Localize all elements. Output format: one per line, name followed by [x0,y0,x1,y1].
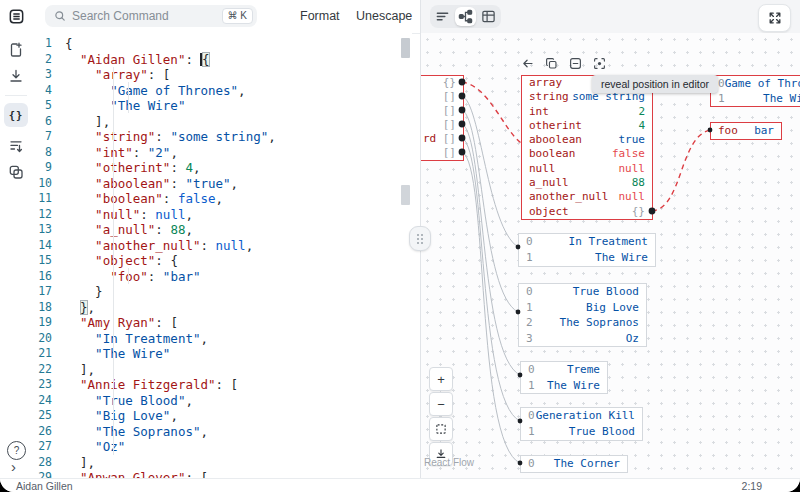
panel-resize-handle[interactable] [409,226,431,251]
line-number: 22 [32,362,52,378]
line-number: 25 [32,408,52,424]
focus-node-icon [593,57,606,70]
editor-scrollbar-mark[interactable] [401,185,410,205]
editor-scrollbar-thumb[interactable] [401,38,410,58]
graph-node-root[interactable]: {}[][][]rd[][] [421,75,464,161]
zoom-out-button[interactable]: − [429,392,453,416]
help-button[interactable]: ? [7,441,26,460]
tab-graph-view[interactable] [455,7,476,26]
line-number: 12 [32,207,52,223]
line-number: 2 [32,52,52,68]
graph-node-aidan-array[interactable]: 0Game of Thrones1The Wire [710,75,800,107]
reveal-position-tooltip: reveal position in editor [592,75,718,93]
tab-table-view[interactable] [478,7,499,26]
editor-line[interactable]: 15 "object": { [32,253,412,269]
node-row: 0Treme [521,362,607,378]
back-icon [521,57,534,70]
fit-view-button[interactable] [429,417,453,441]
editor-line[interactable]: 10 "aboolean": "true", [32,176,412,192]
editor-line[interactable]: 9 "otherint": 4, [32,160,412,176]
fit-view-icon [435,423,447,435]
editor-line[interactable]: 28 ], [32,455,412,471]
editor-line[interactable]: 2 "Aidan Gillen": { [32,52,412,68]
search-command-input[interactable]: Search Command ⌘ K [45,5,257,27]
back-button[interactable] [521,57,534,70]
editor-line[interactable]: 12 "null": null, [32,207,412,223]
editor-line[interactable]: 24 "True Blood", [32,393,412,409]
graph-node-amy-ryan[interactable]: 0In Treatment1The Wire [518,233,656,267]
editor-line[interactable]: 14 "another_null": null, [32,238,412,254]
node-row: otherint4 [522,119,652,133]
graph-node-aidan-gillen[interactable]: arraystringsome stringint2otherint4abool… [521,75,653,220]
line-number: 4 [32,83,52,99]
editor-line[interactable]: 25 "Big Love", [32,408,412,424]
node-row: 1The Wire [521,378,607,394]
editor-line[interactable]: 3 "array": [ [32,67,412,83]
format-button[interactable]: Format [294,8,346,24]
node-row: [] [421,104,463,118]
editor-line[interactable]: 8 "int": "2", [32,145,412,161]
unescape-button[interactable]: Unescape [350,8,418,24]
editor-line[interactable]: 7 "string": "some string", [32,129,412,145]
graph-node-anwan-glover[interactable]: 0Treme1The Wire [520,361,608,394]
graph-node-alice[interactable]: 0The Corner [520,455,628,473]
node-row: 1The Wire [711,91,800,106]
editor-line[interactable]: 1{ [32,36,412,52]
view-switch [430,5,501,28]
copy-node-button[interactable] [545,57,558,70]
app-logo[interactable] [0,4,32,28]
editor-line[interactable]: 5 "The Wire" [32,98,412,114]
editor-line[interactable]: 4 "Game of Thrones", [32,83,412,99]
node-row: another_nullnull [522,190,652,204]
collapse-node-button[interactable] [569,57,582,70]
graph-edge [462,96,518,247]
collapse-sidebar-button[interactable]: › [11,458,16,475]
line-number: 20 [32,331,52,347]
editor-line[interactable]: 26 "The Sopranos", [32,424,412,440]
node-row: abooleantrue [522,133,652,147]
node-row: 3Oz [519,331,646,347]
line-number: 29 [32,470,52,478]
json-editor[interactable]: 1{2 "Aidan Gillen": {3 "array": [4 "Game… [32,33,412,478]
focus-node-button[interactable] [593,57,606,70]
node-row: 0The Corner [521,456,627,472]
graph-node-aidan-object[interactable]: foobar [710,122,782,140]
fullscreen-button[interactable] [758,4,791,32]
editor-line[interactable]: 22 ], [32,362,412,378]
drag-dots-icon [417,234,423,244]
graph-node-annie-fitzgerald[interactable]: 0True Blood1Big Love2The Sopranos3Oz [518,283,647,347]
editor-line[interactable]: 16 "foo": "bar" [32,269,412,285]
editor-line[interactable]: 11 "boolean": false, [32,191,412,207]
node-row: [] [421,90,463,104]
tab-list-view[interactable] [432,7,453,26]
editor-line[interactable]: 17 } [32,284,412,300]
line-number: 16 [32,269,52,285]
editor-line[interactable]: 20 "In Treatment", [32,331,412,347]
sidebar-item-json-editor[interactable]: {} [4,103,28,127]
download-button[interactable] [0,64,32,88]
graph-edge [462,138,520,421]
editor-line[interactable]: 21 "The Wire" [32,346,412,362]
editor-line[interactable]: 18 }, [32,300,412,316]
editor-line[interactable]: 13 "a_null": 88, [32,222,412,238]
line-number: 27 [32,439,52,455]
editor-line[interactable]: 19 "Amy Ryan": [ [32,315,412,331]
editor-line[interactable]: 27 "Oz" [32,439,412,455]
line-number: 24 [32,393,52,409]
new-document-icon [8,42,24,58]
editor-line[interactable]: 23 "Annie Fitzgerald": [ [32,377,412,393]
node-row: [] [421,118,463,132]
new-document-button[interactable] [0,38,32,62]
graph-node-alexander[interactable]: 0Generation Kill1True Blood [520,407,643,441]
line-number: 6 [32,114,52,130]
editor-line[interactable]: 29 "Anwan Glover": [ [32,470,412,478]
zoom-in-button[interactable]: + [429,367,453,391]
transform-button[interactable] [0,134,32,158]
line-number: 18 [32,300,52,316]
status-bar: Aidan Gillen 2:19 [0,478,800,492]
compare-button[interactable] [0,160,32,184]
search-placeholder: Search Command [72,9,222,23]
graph-canvas[interactable]: reveal position in editor + − React Flow… [421,33,800,478]
editor-line[interactable]: 6 ], [32,114,412,130]
indent-guide [128,268,129,284]
